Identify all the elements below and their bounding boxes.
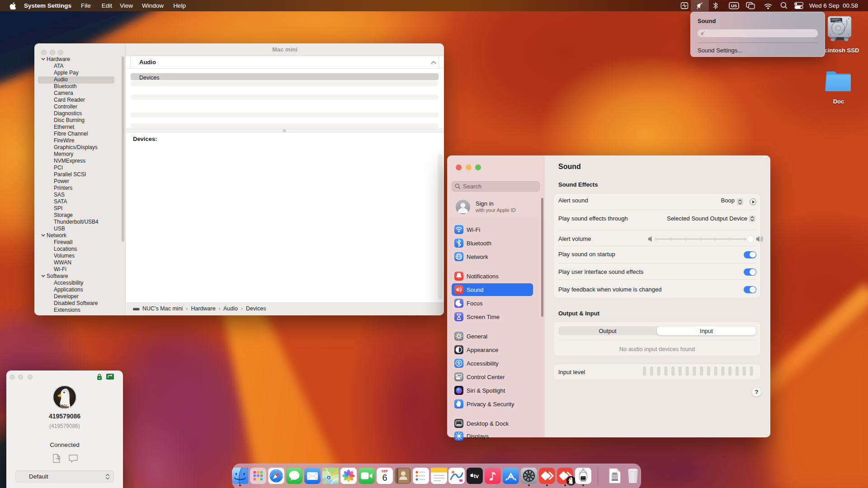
svg-text:SEP: SEP (382, 469, 388, 473)
svg-text:US: US (731, 3, 737, 8)
svg-text:tv: tv (474, 473, 479, 479)
svg-text:6: 6 (382, 473, 387, 483)
